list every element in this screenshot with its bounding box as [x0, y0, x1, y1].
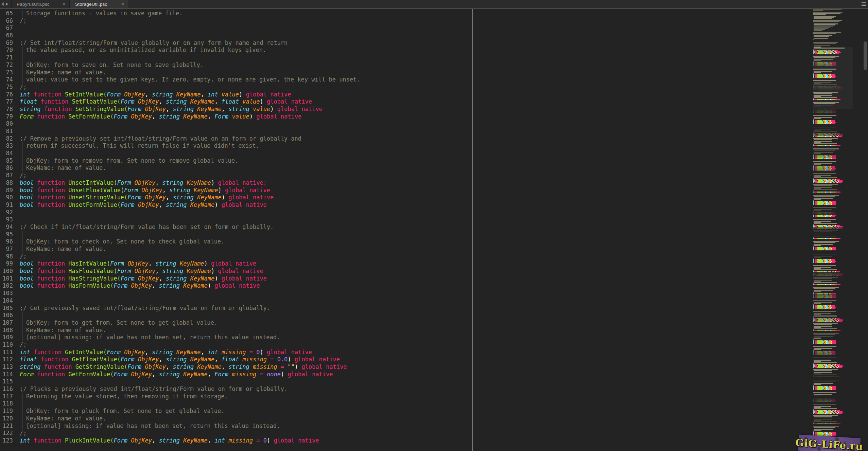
close-icon[interactable]: ✕: [121, 2, 124, 6]
tab-overflow-icon[interactable]: [862, 2, 866, 3]
code-line[interactable]: 111int function GetIntValue(Form ObjKey,…: [0, 349, 360, 356]
code-line[interactable]: 94;/ Check if int/float/string/Form valu…: [0, 223, 360, 231]
code-line[interactable]: 89bool function UnsetFloatValue(Form Obj…: [0, 187, 360, 194]
code-token: [34, 282, 37, 289]
code-line[interactable]: 114Form function GetFormValue(Form ObjKe…: [0, 371, 360, 378]
code-token: [34, 275, 37, 282]
code-line[interactable]: 106: [0, 312, 360, 319]
code-line[interactable]: 120KeyName: name of value.: [0, 415, 360, 422]
code-line[interactable]: 73KeyName: name of value.: [0, 69, 360, 76]
code-token: KeyName: name of value.: [26, 415, 106, 422]
code-token: int: [214, 437, 225, 444]
code-token: string: [228, 106, 249, 112]
code-line[interactable]: 78string function SetStringValue(Form Ob…: [0, 106, 360, 113]
code-line[interactable]: 112float function GetFloatValue(Form Obj…: [0, 356, 360, 363]
code-token: [225, 437, 228, 444]
code-line[interactable]: 66/;: [0, 17, 360, 25]
code-line[interactable]: 115: [0, 378, 360, 385]
code-line[interactable]: 88bool function UnsetIntValue(Form ObjKe…: [0, 179, 360, 187]
code-line[interactable]: 79Form function SetFormValue(Form ObjKey…: [0, 113, 360, 121]
code-line[interactable]: 72ObjKey: form to save on. Set none to s…: [0, 61, 360, 69]
code-line[interactable]: 109[optional] missing: if value has not …: [0, 334, 360, 341]
code-line[interactable]: 77float function SetFloatValue(Form ObjK…: [0, 98, 360, 106]
code-token: int: [20, 349, 30, 356]
code-line[interactable]: 95: [0, 231, 360, 238]
code-token: [65, 268, 68, 274]
code-area[interactable]: 65Storage functions - values in save gam…: [0, 9, 360, 445]
code-line[interactable]: 81: [0, 128, 360, 135]
code-line[interactable]: 80: [0, 120, 360, 128]
code-token: bool: [20, 268, 34, 274]
minimap[interactable]: [813, 9, 853, 451]
code-line[interactable]: 67: [0, 24, 360, 32]
code-line[interactable]: 103: [0, 290, 360, 297]
code-line[interactable]: 97KeyName: name of value.: [0, 246, 360, 253]
code-line[interactable]: 71: [0, 54, 360, 61]
code-line[interactable]: 101bool function HasStringValue(Form Obj…: [0, 275, 360, 283]
code-line[interactable]: 119ObjKey: form to pluck from. Set none …: [0, 408, 360, 415]
code-token: [194, 363, 197, 370]
code-token: [121, 349, 124, 356]
code-token: string: [173, 194, 193, 201]
code-line[interactable]: 83return if successful. This will return…: [0, 142, 360, 150]
scrollbar-thumb[interactable]: [864, 41, 867, 70]
code-token: KeyName: name of value.: [26, 69, 106, 76]
code-token: bool: [20, 282, 34, 289]
code-line[interactable]: 70the value passed, or as uninitialized …: [0, 47, 360, 54]
line-number: 95: [0, 231, 13, 238]
line-number: 111: [0, 349, 13, 356]
code-editor[interactable]: 65Storage functions - values in save gam…: [0, 9, 868, 451]
code-line[interactable]: 108KeyName: name of value.: [0, 327, 360, 334]
code-token: ): [214, 275, 221, 282]
code-line[interactable]: 75/;: [0, 84, 360, 91]
code-token: "": [288, 363, 294, 370]
code-line[interactable]: 96ObjKey: form to check on. Set none to …: [0, 238, 360, 246]
code-line[interactable]: 92: [0, 209, 360, 216]
code-line[interactable]: 105;/ Get previously saved int/float/str…: [0, 305, 360, 312]
code-line[interactable]: 86KeyName: name of value.: [0, 164, 360, 172]
code-line[interactable]: 104: [0, 297, 360, 305]
line-number: 98: [0, 253, 13, 260]
code-line[interactable]: 118: [0, 400, 360, 408]
code-line[interactable]: 74value: value to set to the given keys.…: [0, 76, 360, 84]
code-line[interactable]: 123int function PluckIntValue(Form ObjKe…: [0, 437, 360, 445]
indent-guide: [20, 334, 26, 341]
tab-scroll-right-icon[interactable]: [6, 2, 8, 6]
code-token: [249, 363, 253, 370]
code-line[interactable]: 68: [0, 32, 360, 39]
code-line[interactable]: 121[optional] missing: if value has not …: [0, 422, 360, 430]
code-token: ;/ Remove a previously set int/float/str…: [20, 135, 301, 142]
close-icon[interactable]: ✕: [63, 2, 66, 6]
code-token: missing: [232, 371, 257, 378]
code-line[interactable]: 122/;: [0, 430, 360, 437]
code-line[interactable]: 107ObjKey: form to get from. Set none to…: [0, 319, 360, 327]
code-line[interactable]: 87/;: [0, 172, 360, 179]
code-line[interactable]: 84: [0, 150, 360, 157]
code-line[interactable]: 93: [0, 216, 360, 223]
code-line[interactable]: 102bool function HasFormValue(Form ObjKe…: [0, 282, 360, 290]
vertical-scrollbar[interactable]: [863, 9, 868, 451]
code-line[interactable]: 69;/ Set int/float/string/Form value glo…: [0, 39, 360, 47]
code-line[interactable]: 82;/ Remove a previously set int/float/s…: [0, 135, 360, 143]
code-token: Storage functions - values in save game …: [26, 10, 183, 17]
code-line[interactable]: 85ObjKey: form to remove from. Set none …: [0, 157, 360, 165]
line-number: 68: [0, 32, 13, 39]
code-token: [141, 194, 145, 201]
code-token: [65, 179, 68, 186]
tab-storageutil[interactable]: StorageUtil.psc ✕: [70, 0, 128, 8]
code-line[interactable]: 98/;: [0, 253, 360, 260]
code-line[interactable]: 65Storage functions - values in save gam…: [0, 10, 360, 17]
code-line[interactable]: 91bool function UnsetFormValue(Form ObjK…: [0, 201, 360, 209]
code-line[interactable]: 100bool function HasFloatValue(Form ObjK…: [0, 268, 360, 275]
tab-scroll-left-icon[interactable]: [1, 2, 4, 6]
tab-papyrusutil[interactable]: PapyrusUtil.psc ✕: [11, 0, 70, 8]
code-token: ObjKey: [145, 363, 166, 370]
code-line[interactable]: 90bool function UnsetStringValue(Form Ob…: [0, 194, 360, 201]
code-line[interactable]: 110/;: [0, 341, 360, 349]
code-line[interactable]: 76int function SetIntValue(Form ObjKey, …: [0, 91, 360, 98]
line-number: 99: [0, 260, 13, 268]
code-line[interactable]: 117Returning the value stored, then remo…: [0, 393, 360, 400]
code-line[interactable]: 99bool function HasIntValue(Form ObjKey,…: [0, 260, 360, 268]
code-line[interactable]: 113string function GetStringValue(Form O…: [0, 363, 360, 371]
code-line[interactable]: 116;/ Plucks a previously saved int/floa…: [0, 385, 360, 393]
